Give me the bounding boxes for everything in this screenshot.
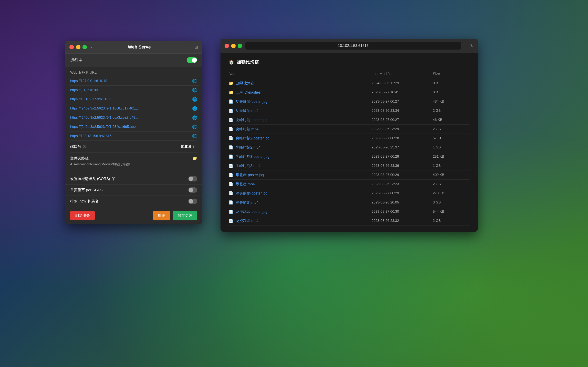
url-item-5[interactable]: https://[240e:3a2:5623:f9f1:dca3:cea7:e4… [69,113,199,122]
status-row: 运行中 [65,54,202,67]
share-icon[interactable]: ⊏ [464,43,468,48]
table-row[interactable]: 📄 尖峰时刻-poster.jpg 2023-08-27 00:27 46 KB [229,115,470,125]
file-doc-icon: 📄 [229,99,233,104]
browser-actions: ⊏ ↻ [464,43,474,48]
table-row[interactable]: 📄 尖峰时刻3.mp4 2023-08-26 23:36 1 GB [229,161,470,170]
window-titlebar: ‹ Web Serve ⊞ [65,41,202,54]
file-size: 270 KB [433,191,470,195]
table-row[interactable]: 📄 功夫瑜伽.mp4 2023-08-26 23:34 2 GB [229,106,470,115]
table-row[interactable]: 📄 功夫瑜伽-poster.jpg 2023-08-27 00:27 484 K… [229,97,470,106]
file-size: 2 GB [433,127,470,131]
home-icon[interactable]: 🏠 [229,59,234,65]
save-button[interactable]: 保存更改 [173,211,197,220]
table-row[interactable]: 📄 攀登者.mp4 2023-08-26 23:23 2 GB [229,180,470,189]
col-header-date: Last Modified [372,72,433,76]
file-date: 2023-08-27 00:27 [372,118,433,122]
globe-icon-5: 🌐 [192,115,197,120]
table-row[interactable]: 📄 攀登者-poster.jpg 2023-08-27 00:29 409 KB [229,170,470,180]
file-size: 2 GB [433,109,470,113]
globe-icon-2: 🌐 [192,88,197,92]
file-size: 409 KB [433,173,470,177]
file-name-cell: 📁 王朝 Dynasties [229,90,372,95]
url-list: https://127.0.0.1:61816/ 🌐 https://[::1]… [65,76,202,141]
button-group: 取消 保存更改 [153,211,197,220]
globe-icon-6: 🌐 [192,124,197,129]
cors-toggle[interactable] [188,176,197,182]
back-button[interactable]: ‹ [91,45,92,49]
file-name-cell: 📄 尖峰时刻2-poster.jpg [229,136,372,141]
file-doc-icon: 📄 [229,108,233,113]
file-name-cell: 📁 加勒比海盗 [229,81,372,86]
file-doc-icon: 📄 [229,191,233,196]
table-row[interactable]: 📄 尖峰时刻2-poster.jpg 2023-08-27 00:28 57 K… [229,134,470,143]
browser-close-button[interactable] [225,44,229,48]
file-name-cell: 📄 消失的她-poster.jpg [229,191,372,196]
port-row: 端口号 ⓘ 61816 ⬆⬇ [70,144,197,149]
file-doc-icon: 📄 [229,118,233,122]
url-item-6[interactable]: https://[240e:3a2:5623:f9f1:254d:1695:ab… [69,122,199,132]
url-item-7[interactable]: https://198.18.196.9:61816/ 🌐 [69,132,199,141]
folder-icon[interactable]: 📁 [192,156,197,161]
file-date: 2023-08-27 10:41 [372,90,433,94]
url-text-2: https://[::1]:61816/ [70,88,190,92]
table-row[interactable]: 📄 消失的她.mp4 2023-08-26 20:05 3 GB [229,198,470,207]
table-row[interactable]: 📄 尖峰时刻3-poster.jpg 2023-08-27 00:28 251 … [229,152,470,161]
url-text-6: https://[240e:3a2:5623:f9f1:254d:1695:ab… [70,125,190,129]
url-text-3: https://10.102.1.53:61816/ [70,97,190,101]
file-browser: 🏠 加勒比海盗 Name Last Modified Size 📁 加勒比海盗 [221,53,478,232]
cors-label: 设置跨域请求头 (CORS) ⓘ [70,176,115,181]
browser-address-bar[interactable]: 10.102.1.53:61816 [245,42,461,50]
table-row[interactable]: 📄 尖峰时刻2.mp4 2023-08-26 23:37 1 GB [229,143,470,152]
grid-icon[interactable]: ⊞ [195,45,198,50]
file-doc-icon: 📄 [229,145,233,150]
file-date: 2023-08-27 00:28 [372,136,433,140]
exclude-html-toggle[interactable] [188,199,197,204]
delete-button[interactable]: 删除服务 [70,211,95,220]
file-size: 1 GB [433,164,470,168]
browser-maximize-button[interactable] [238,44,242,48]
cancel-button[interactable]: 取消 [153,211,170,220]
file-doc-icon: 📄 [229,136,233,141]
spa-toggle[interactable] [188,187,197,193]
refresh-icon[interactable]: ↻ [470,43,474,48]
port-help-icon[interactable]: ⓘ [83,145,86,149]
file-size: 0 B [433,81,470,85]
file-date: 2023-08-27 00:28 [372,155,433,159]
breadcrumb-text: 加勒比海盗 [237,59,259,65]
file-name-cell: 📄 龙虎武师-poster.jpg [229,209,372,214]
file-size: 544 KB [433,210,470,214]
exclude-html-label: 排除 .html 扩展名 [70,199,99,204]
browser-minimize-button[interactable] [231,44,236,48]
table-row[interactable]: 📄 尖峰时刻.mp4 2023-08-26 23:29 2 GB [229,125,470,134]
exclude-html-row: 排除 .html 扩展名 [65,196,202,207]
port-stepper[interactable]: ⬆⬇ [192,145,197,148]
url-item-3[interactable]: https://10.102.1.53:61816/ 🌐 [69,95,199,104]
url-item-2[interactable]: https://[::1]:61816/ 🌐 [69,86,199,95]
traffic-lights [69,45,87,49]
minimize-button[interactable] [76,45,80,49]
table-row[interactable]: 📄 龙虎武师.mp4 2023-08-26 23:32 2 GB [229,216,470,225]
maximize-button[interactable] [82,45,87,49]
window-content: 运行中 Web 服务器 URL https://127.0.0.1:61816/… [65,54,202,207]
folder-path: /Users/wangchujiang/Movies/加勒比海盗/ [70,162,130,166]
col-header-name: Name [229,72,372,76]
table-row[interactable]: 📄 消失的她-poster.jpg 2023-08-27 00:29 270 K… [229,189,470,198]
url-text-1: https://127.0.0.1:61816/ [70,79,190,83]
file-name-cell: 📄 消失的她.mp4 [229,200,372,205]
browser-window: 10.102.1.53:61816 ⊏ ↻ 🏠 加勒比海盗 Name Last [221,39,478,232]
table-row[interactable]: 📁 王朝 Dynasties 2023-08-27 10:41 0 B [229,88,470,97]
file-name-cell: 📄 攀登者-poster.jpg [229,173,372,177]
close-button[interactable] [69,45,74,49]
file-size: 0 B [433,90,470,94]
browser-traffic-lights [225,44,242,48]
file-name-cell: 📄 龙虎武师.mp4 [229,218,372,223]
url-item-1[interactable]: https://127.0.0.1:61816/ 🌐 [69,76,199,86]
cors-help-icon[interactable]: ⓘ [112,176,115,181]
folder-icon: 📁 [229,90,234,95]
url-item-4[interactable]: https://[240e:3a2:5623:f9f1:18c8:cc1a:40… [69,104,199,113]
cors-row: 设置跨域请求头 (CORS) ⓘ [65,173,202,184]
status-toggle[interactable] [187,57,197,63]
table-row[interactable]: 📄 龙虎武师-poster.jpg 2023-08-27 00:30 544 K… [229,207,470,216]
table-row[interactable]: 📁 加勒比海盗 2024-02-06 12:29 0 B [229,79,470,88]
port-label: 端口号 ⓘ [70,144,86,149]
